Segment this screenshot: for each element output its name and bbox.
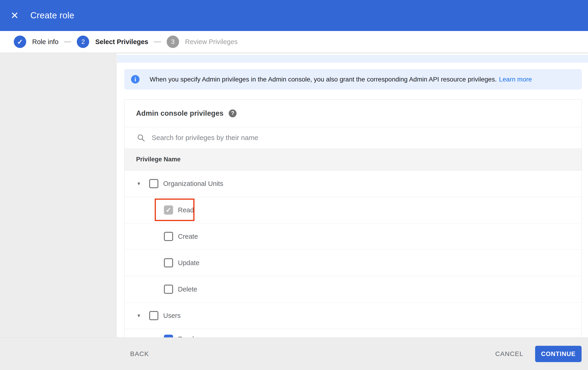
close-icon[interactable]: ✕ (10, 11, 22, 20)
table-row: Update (125, 250, 582, 276)
table-row: ▼Organizational Units (125, 170, 582, 197)
table-header-row: Privilege Name (125, 148, 582, 170)
checkbox[interactable] (149, 179, 158, 188)
checkbox[interactable] (149, 311, 158, 320)
checkbox[interactable]: ✓ (164, 205, 173, 215)
card-header: Admin console privileges ? (125, 100, 582, 127)
collapse-arrow-icon[interactable]: ▼ (136, 181, 141, 186)
privilege-rows: ▼Organizational Units✓ReadCreateUpdateDe… (125, 170, 582, 337)
privilege-label: Read (178, 206, 194, 214)
checkbox[interactable] (164, 232, 173, 241)
step-number-circle: 3 (167, 36, 179, 48)
learn-more-link[interactable]: Learn more (499, 76, 532, 83)
step-number-circle: 2 (77, 36, 89, 48)
privilege-label: Create (178, 233, 198, 240)
banner-text: When you specify Admin privileges in the… (150, 76, 497, 83)
privilege-label: Users (163, 312, 181, 320)
app-header: ✕ Create role (0, 0, 588, 31)
admin-privileges-card: Admin console privileges ? Privilege Nam… (124, 99, 582, 337)
check-icon: ✓ (17, 38, 23, 46)
privilege-search-row (125, 127, 582, 148)
collapse-arrow-icon[interactable]: ▼ (136, 313, 141, 318)
info-banner: i When you specify Admin privileges in t… (124, 69, 582, 90)
step-label: Select Privileges (95, 38, 148, 46)
search-input[interactable] (151, 134, 520, 142)
search-icon (136, 133, 145, 142)
cancel-button[interactable]: CANCEL (495, 350, 523, 358)
help-icon[interactable]: ? (229, 110, 237, 117)
stepper: ✓ Role info 2 Select Privileges 3 Review… (0, 31, 588, 53)
table-row: ✓Read (125, 329, 582, 337)
card-title: Admin console privileges (136, 109, 223, 118)
privilege-label: Read (178, 335, 194, 337)
step-role-info[interactable]: ✓ Role info (14, 36, 58, 48)
page-title: Create role (30, 10, 74, 20)
table-row: Create (125, 223, 582, 250)
checkbox[interactable] (164, 258, 173, 267)
privilege-label: Organizational Units (163, 180, 223, 188)
continue-button[interactable]: CONTINUE (535, 346, 582, 362)
step-review-privileges[interactable]: 3 Review Privileges (167, 36, 238, 48)
step-connector (154, 41, 161, 42)
info-icon: i (131, 75, 139, 84)
column-header-label: Privilege Name (136, 156, 181, 163)
step-complete-circle: ✓ (14, 36, 26, 48)
checkbox[interactable]: ✓ (164, 335, 173, 337)
scrolled-tab-strip (117, 55, 588, 63)
table-row: ✓Read (125, 197, 582, 223)
footer-bar: BACK CANCEL CONTINUE (0, 337, 588, 370)
privilege-label: Delete (178, 286, 197, 293)
privilege-label: Update (178, 259, 200, 267)
back-button[interactable]: BACK (130, 350, 149, 358)
step-connector (64, 41, 71, 42)
step-label: Review Privileges (185, 38, 238, 46)
checkbox[interactable] (164, 285, 173, 294)
main-content: i When you specify Admin privileges in t… (117, 53, 588, 337)
table-row: Delete (125, 276, 582, 302)
step-label: Role info (32, 38, 58, 46)
step-select-privileges[interactable]: 2 Select Privileges (77, 36, 148, 48)
table-row: ▼Users (125, 302, 582, 329)
